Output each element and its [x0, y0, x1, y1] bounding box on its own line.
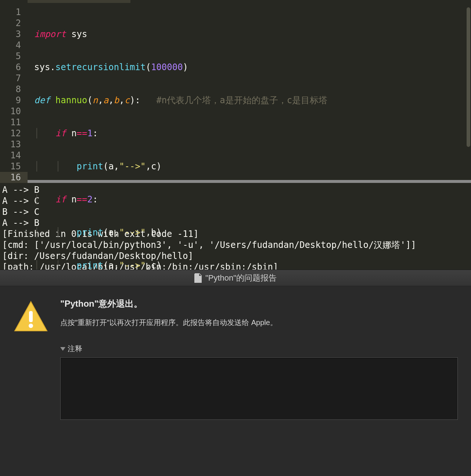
warning-icon-wrap	[13, 298, 50, 420]
code-editor-pane: 1 2 3 4 5 6 7 8 9 10 11 12 13 14 15 16 i…	[0, 0, 471, 180]
string-literal: "-->"	[119, 227, 145, 238]
keyword-if: if	[55, 128, 66, 138]
param: b	[114, 95, 119, 105]
crash-report-dialog: "Python"的问题报告 "Python"意外退出。 点按"重新打开"以再次打…	[0, 270, 471, 476]
output-line: B --> C	[2, 207, 39, 217]
punct: (	[103, 260, 108, 271]
comments-label: 注释	[68, 344, 82, 354]
code-line[interactable]: │ │ print(a,"-->",c)	[34, 161, 471, 172]
identifier: sys	[34, 62, 50, 72]
punct: ,	[114, 161, 119, 172]
svg-point-1	[29, 324, 33, 328]
code-area[interactable]: import sys sys.setrecursionlimit(100000)…	[28, 0, 471, 180]
number-literal: 2	[87, 194, 93, 205]
keyword-if: if	[55, 194, 66, 205]
crash-dialog-body: "Python"意外退出。 点按"重新打开"以再次打开应用程序。此报告将自动发送…	[0, 286, 471, 420]
punct: ,	[98, 95, 103, 105]
punct: :	[135, 95, 140, 105]
warning-icon	[13, 300, 48, 333]
output-line: A --> B	[2, 185, 39, 195]
crash-description: 点按"重新打开"以再次打开应用程序。此报告将自动发送给 Apple。	[60, 318, 458, 328]
document-icon	[194, 273, 202, 283]
line-number: 8	[0, 84, 28, 95]
identifier: b	[151, 227, 156, 238]
disclosure-triangle-icon	[60, 347, 65, 351]
punct: :	[93, 128, 98, 138]
code-line[interactable]: │ if n==2:	[34, 194, 471, 205]
comment: #n代表几个塔，a是开始的盘子，c是目标塔	[156, 95, 327, 105]
identifier: a	[108, 260, 114, 271]
identifier: n	[71, 128, 76, 138]
line-number: 11	[0, 117, 28, 128]
function-call: print	[77, 161, 103, 172]
punct: ,	[145, 227, 151, 238]
punct: (	[103, 227, 108, 238]
punct: )	[130, 95, 135, 105]
keyword-def: def	[34, 95, 50, 105]
punct: ,	[145, 161, 151, 172]
line-number: 13	[0, 139, 28, 150]
identifier: c	[151, 260, 156, 271]
line-number: 7	[0, 73, 28, 84]
module-name: sys	[71, 29, 87, 39]
punct: ,	[114, 227, 119, 238]
identifier: n	[71, 194, 76, 205]
punct: (	[87, 95, 93, 105]
svg-rect-0	[29, 311, 33, 322]
identifier: a	[108, 227, 114, 238]
function-call: print	[77, 227, 103, 238]
operator: ==	[77, 128, 87, 138]
function-def-name: hannuo	[55, 95, 87, 105]
punct: ,	[114, 260, 119, 271]
line-number: 15	[0, 161, 28, 172]
param: a	[103, 95, 108, 105]
crash-dialog-title: "Python"的问题报告	[205, 273, 277, 284]
param: n	[93, 95, 98, 105]
punct: ,	[145, 260, 151, 271]
line-number: 1	[0, 7, 28, 18]
line-number: 4	[0, 40, 28, 51]
vertical-scrollbar[interactable]	[467, 7, 470, 147]
identifier: a	[108, 161, 114, 172]
punct: )	[156, 161, 161, 172]
line-number: 5	[0, 51, 28, 62]
output-line: A --> C	[2, 196, 39, 206]
string-literal: "-->"	[119, 260, 145, 271]
keyword-import: import	[34, 29, 66, 39]
punct: (	[145, 62, 151, 72]
crash-heading: "Python"意外退出。	[60, 298, 458, 310]
comments-textarea[interactable]	[60, 357, 458, 420]
string-literal: "-->"	[119, 161, 145, 172]
punct: (	[103, 161, 108, 172]
punct: ,	[108, 95, 114, 105]
function-call: setrecursionlimit	[55, 62, 146, 72]
line-number: 2	[0, 18, 28, 29]
line-number: 9	[0, 95, 28, 106]
punct: )	[156, 260, 161, 271]
code-line[interactable]: sys.setrecursionlimit(100000)	[34, 62, 471, 73]
punct: )	[156, 227, 161, 238]
number-literal: 100000	[151, 62, 183, 72]
number-literal: 1	[87, 128, 93, 138]
code-line[interactable]: │ │ print(a,"-->",b)	[34, 227, 471, 238]
output-line: A --> B	[2, 218, 39, 228]
line-number: 14	[0, 150, 28, 161]
line-number-gutter: 1 2 3 4 5 6 7 8 9 10 11 12 13 14 15 16	[0, 0, 28, 180]
line-number: 12	[0, 128, 28, 139]
comments-disclosure[interactable]: 注释	[60, 344, 458, 354]
punct: )	[183, 62, 188, 72]
param: c	[125, 95, 130, 105]
crash-content: "Python"意外退出。 点按"重新打开"以再次打开应用程序。此报告将自动发送…	[60, 298, 458, 420]
line-number: 3	[0, 29, 28, 40]
crash-dialog-titlebar[interactable]: "Python"的问题报告	[0, 270, 471, 286]
operator: ==	[77, 194, 87, 205]
line-number: 16	[0, 172, 28, 183]
code-line[interactable]: import sys	[34, 29, 471, 40]
code-line[interactable]: def hannuo(n,a,b,c): #n代表几个塔，a是开始的盘子，c是目…	[34, 95, 471, 106]
line-number: 6	[0, 62, 28, 73]
code-line[interactable]: │ if n==1:	[34, 128, 471, 139]
punct: :	[93, 194, 98, 205]
punct: .	[50, 62, 55, 72]
function-call: print	[77, 260, 103, 271]
identifier: c	[151, 161, 156, 172]
